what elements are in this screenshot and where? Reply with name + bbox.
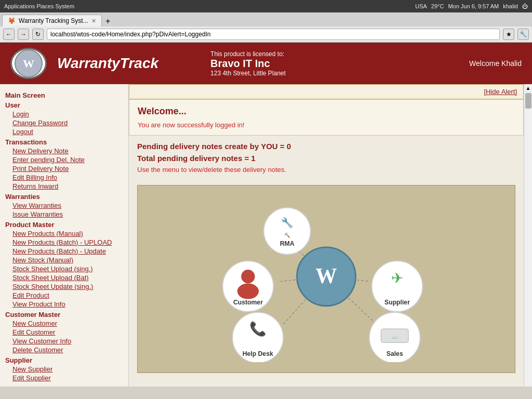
sidebar-link-edit-product[interactable]: Edit Product bbox=[5, 291, 123, 300]
tab-favicon: 🦊 bbox=[8, 17, 16, 24]
new-tab-button[interactable]: + bbox=[103, 16, 113, 26]
sidebar-link-new-customer[interactable]: New Customer bbox=[5, 319, 123, 328]
svg-point-15 bbox=[237, 283, 259, 299]
os-apps-menu[interactable]: Applications Places System bbox=[4, 3, 74, 9]
sidebar-section-transactions: Transactions bbox=[5, 138, 123, 146]
browser-toolbar: ← → ↻ ★ 🔧 bbox=[0, 26, 532, 43]
brand-name-area: WarrantyTrack bbox=[47, 50, 169, 77]
os-locale: USA bbox=[415, 3, 427, 9]
svg-text:📞: 📞 bbox=[249, 321, 267, 337]
browser-tab-active[interactable]: 🦊 Warranty Tracking Syst... ✕ bbox=[2, 15, 102, 26]
scroll-up-button[interactable]: ▲ bbox=[526, 85, 531, 91]
sidebar-link-returns-inward[interactable]: Returns Inward bbox=[5, 182, 123, 191]
total-pending: Total pending delivery notes = 1 bbox=[137, 154, 515, 163]
welcome-message-header: Welcome Khalid bbox=[469, 59, 532, 68]
sidebar-main-screen: Main Screen bbox=[5, 91, 123, 99]
licensed-to-label: This product is licensed to: bbox=[210, 50, 286, 58]
app-header: W WarrantyTrack This product is licensed… bbox=[0, 43, 532, 84]
sidebar-link-login[interactable]: Login bbox=[5, 110, 123, 118]
sidebar-link-stock-sheet-update-sing[interactable]: Stock Sheet Update (sing.) bbox=[5, 282, 123, 291]
sidebar-section-user: User bbox=[5, 101, 123, 109]
workflow-diagram: W 🔧 🔨 RMA Customer ✈ Supplier bbox=[202, 196, 451, 362]
sidebar-link-new-products-batch-update[interactable]: New Products (Batch) - Update bbox=[5, 247, 123, 256]
sidebar-section-supplier: Supplier bbox=[5, 356, 123, 364]
svg-point-14 bbox=[241, 270, 255, 283]
scroll-thumb[interactable] bbox=[525, 93, 531, 109]
forward-button[interactable]: → bbox=[18, 29, 29, 40]
svg-text:✈: ✈ bbox=[391, 270, 403, 286]
logo-area: W WarrantyTrack bbox=[0, 43, 179, 84]
stats-area: Pending delivery notes create by YOU = 0… bbox=[129, 136, 524, 180]
hide-alert-link[interactable]: [Hide Alert] bbox=[484, 88, 517, 96]
sidebar-link-stock-sheet-upload-sing[interactable]: Stock Sheet Upload (sing.) bbox=[5, 264, 123, 273]
pending-by-you: Pending delivery notes create by YOU = 0 bbox=[137, 142, 515, 151]
sidebar: Main Screen User Login Change Password L… bbox=[0, 84, 129, 387]
sidebar-link-logout[interactable]: Logout bbox=[5, 127, 123, 136]
sidebar-section-customer-master: Customer Master bbox=[5, 311, 123, 318]
sidebar-link-issue-warranties[interactable]: Issue Warranties bbox=[5, 210, 123, 219]
welcome-login-msg: You are now successfully logged in! bbox=[138, 121, 515, 129]
sidebar-link-enter-pending-del[interactable]: Enter pending Del. Note bbox=[5, 155, 123, 164]
sidebar-link-view-customer-info[interactable]: View Customer Info bbox=[5, 337, 123, 345]
back-button[interactable]: ← bbox=[3, 29, 15, 40]
svg-point-9 bbox=[264, 208, 311, 255]
brand-name: WarrantyTrack bbox=[57, 55, 158, 72]
svg-text:W: W bbox=[23, 57, 34, 70]
logo-box: W bbox=[10, 48, 47, 79]
sidebar-link-new-delivery-note[interactable]: New Delivery Note bbox=[5, 147, 123, 155]
company-name: Bravo IT Inc bbox=[210, 58, 286, 70]
sidebar-link-edit-billing-info[interactable]: Edit Billing Info bbox=[5, 173, 123, 182]
scrollbar[interactable]: ▲ bbox=[524, 84, 532, 387]
svg-text:Customer: Customer bbox=[233, 299, 263, 306]
svg-text:RMA: RMA bbox=[280, 240, 295, 247]
sidebar-link-edit-customer[interactable]: Edit Customer bbox=[5, 328, 123, 337]
os-topbar-right: USA 29°C Mon Jun 6, 9:57 AM khalid ⏻ bbox=[415, 3, 528, 9]
license-info: This product is licensed to: Bravo IT In… bbox=[210, 50, 286, 77]
tools-button[interactable]: 🔧 bbox=[517, 29, 529, 40]
browser-window: 🦊 Warranty Tracking Syst... ✕ + ← → ↻ ★ … bbox=[0, 12, 532, 43]
svg-text:Supplier: Supplier bbox=[384, 299, 410, 306]
os-topbar-left: Applications Places System bbox=[4, 3, 74, 9]
tab-close-button[interactable]: ✕ bbox=[91, 18, 96, 24]
sidebar-section-product-master: Product Master bbox=[5, 221, 123, 229]
sidebar-link-change-password[interactable]: Change Password bbox=[5, 118, 123, 127]
sidebar-link-new-supplier[interactable]: New Supplier bbox=[5, 365, 123, 374]
tab-title: Warranty Tracking Syst... bbox=[19, 17, 88, 24]
stat-note: Use the menu to view/delete these delive… bbox=[137, 166, 515, 174]
sidebar-link-delete-customer[interactable]: Delete Customer bbox=[5, 345, 123, 354]
content-area: [Hide Alert] Welcome... You are now succ… bbox=[129, 84, 524, 387]
sidebar-link-print-delivery-note[interactable]: Print Delivery Note bbox=[5, 164, 123, 173]
os-datetime: Mon Jun 6, 9:57 AM bbox=[448, 3, 499, 9]
sidebar-link-stock-sheet-upload-bat[interactable]: Stock Sheet Upload (Bat) bbox=[5, 273, 123, 282]
sidebar-link-new-products-manual[interactable]: New Products (Manual) bbox=[5, 229, 123, 238]
alert-bar: [Hide Alert] bbox=[129, 84, 524, 99]
os-username: khalid bbox=[503, 3, 518, 9]
svg-text:Sales: Sales bbox=[387, 350, 403, 357]
sidebar-link-view-warranties[interactable]: View Warranties bbox=[5, 201, 123, 210]
browser-tab-bar: 🦊 Warranty Tracking Syst... ✕ + bbox=[0, 12, 532, 26]
svg-text:🔧: 🔧 bbox=[281, 217, 294, 229]
os-power-icon[interactable]: ⏻ bbox=[522, 3, 528, 9]
sidebar-section-warranties: Warranties bbox=[5, 193, 123, 201]
svg-text:⌨️: ⌨️ bbox=[391, 334, 398, 340]
svg-text:Help Desk: Help Desk bbox=[243, 350, 273, 357]
os-topbar: Applications Places System USA 29°C Mon … bbox=[0, 0, 532, 12]
welcome-title: Welcome... bbox=[138, 106, 515, 117]
company-address: 123 4th Street, Little Planet bbox=[210, 70, 286, 77]
sidebar-link-new-products-batch-upload[interactable]: New Products (Batch) - UPLOAD bbox=[5, 238, 123, 247]
sidebar-link-view-product-info[interactable]: View Product Info bbox=[5, 300, 123, 309]
svg-text:🔨: 🔨 bbox=[284, 232, 290, 238]
welcome-box: Welcome... You are now successfully logg… bbox=[129, 99, 524, 136]
os-temp: 29°C bbox=[431, 3, 444, 9]
bookmark-button[interactable]: ★ bbox=[503, 29, 514, 40]
refresh-button[interactable]: ↻ bbox=[32, 29, 44, 40]
sidebar-link-edit-supplier[interactable]: Edit Supplier bbox=[5, 374, 123, 382]
diagram-container: W 🔧 🔨 RMA Customer ✈ Supplier bbox=[137, 185, 515, 373]
svg-text:W: W bbox=[315, 264, 337, 288]
address-bar[interactable] bbox=[47, 29, 500, 40]
sidebar-link-new-stock-manual[interactable]: New Stock (Manual) bbox=[5, 256, 123, 264]
